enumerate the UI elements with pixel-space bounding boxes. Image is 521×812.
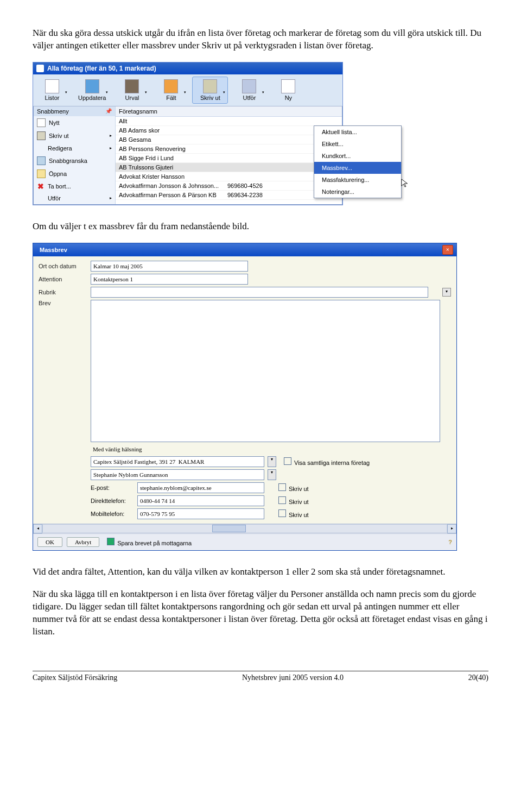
save-label: Spara brevet på mottagarna xyxy=(117,540,192,546)
menu-item-kundkort-[interactable]: Kundkort... xyxy=(314,150,401,162)
table-row[interactable]: Allt xyxy=(116,117,342,126)
sidebar-item-snabbgranska[interactable]: Snabbgranska xyxy=(34,154,115,167)
mobile-print-label: Skriv ut xyxy=(289,512,309,518)
paragraph-intro-1: När du ska göra dessa utskick utgår du i… xyxy=(33,27,488,52)
window-titlebar: Alla företag (fler än 50, 1 markerad) xyxy=(33,62,342,74)
paragraph-intro-4: När du ska lägga till en kontaktperson i… xyxy=(33,588,488,638)
company-list: Företagsnamn AlltAB Adams skorAB GesamaA… xyxy=(116,106,342,204)
sender-input[interactable] xyxy=(91,469,264,480)
footer-right: 20(40) xyxy=(468,673,488,682)
sidebar-item-skriv-ut[interactable]: Skriv ut▸ xyxy=(34,129,115,142)
table-row[interactable]: AB Adams skor xyxy=(116,126,342,135)
menu-item-aktuell-lista-[interactable]: Aktuell lista... xyxy=(314,126,401,138)
submenu-arrow-icon: ▸ xyxy=(110,196,112,200)
screenshot-company-list: Alla företag (fler än 50, 1 markerad) Li… xyxy=(33,62,488,205)
closing-text xyxy=(91,444,263,454)
show-all-label: Visa samtliga interna företag xyxy=(294,459,370,466)
toolbar-fält[interactable]: Fält▾ xyxy=(153,77,189,104)
toolbar-ny[interactable]: Ny xyxy=(270,77,306,104)
sidebar-item-utför[interactable]: Utför▸ xyxy=(34,192,115,204)
dialog-titlebar: Massbrev × xyxy=(33,243,456,256)
ny-icon xyxy=(281,79,295,93)
dialog-title: Massbrev xyxy=(40,247,67,253)
dialog-footer: OK Avbryt Spara brevet på mottagarna ? xyxy=(33,533,456,550)
attention-input[interactable] xyxy=(91,274,248,285)
phone-print-label: Skriv ut xyxy=(289,499,309,505)
label-subject: Rubrik xyxy=(39,289,87,295)
menu-item-etikett-[interactable]: Etikett... xyxy=(314,138,401,150)
open-icon xyxy=(37,169,46,178)
paragraph-intro-2: Om du väljer t ex massbrev får du fram n… xyxy=(33,221,488,233)
toolbar-uppdatera[interactable]: Uppdatera▾ xyxy=(73,77,111,104)
menu-item-massfakturering-[interactable]: Massfakturering... xyxy=(314,174,401,186)
print-icon xyxy=(37,131,46,140)
urval-icon xyxy=(125,79,139,93)
email-input[interactable] xyxy=(137,482,264,493)
sidebar-item-öppna[interactable]: Öppna xyxy=(34,167,115,180)
table-row[interactable]: AB Gesama xyxy=(116,135,342,144)
table-row[interactable]: Advokatfirman Jonsson & Johnsson...96968… xyxy=(116,181,342,191)
phone-print-checkbox[interactable] xyxy=(278,496,286,504)
toolbar: Listor▾Uppdatera▾Urval▾Fält▾Skriv ut▾Utf… xyxy=(33,74,342,106)
help-icon[interactable]: ? xyxy=(448,539,452,545)
screenshot-massbrev-dialog: Massbrev × Ort och datum Attention Rubri… xyxy=(33,243,488,551)
company-input[interactable] xyxy=(91,456,264,467)
label-attention: Attention xyxy=(39,276,87,282)
save-checkbox[interactable] xyxy=(107,538,115,545)
scroll-thumb[interactable] xyxy=(212,525,246,532)
toolbar-urval[interactable]: Urval▾ xyxy=(114,77,150,104)
date-input[interactable] xyxy=(91,261,248,272)
horizontal-scrollbar[interactable]: ◂ ▸ xyxy=(33,524,456,533)
table-row[interactable]: AB Sigge Frid i Lund xyxy=(116,154,342,163)
sidebar-item-redigera[interactable]: Redigera▸ xyxy=(34,142,115,154)
column-header[interactable]: Företagsnamn xyxy=(119,108,227,115)
cancel-button[interactable]: Avbryt xyxy=(67,537,99,547)
paragraph-intro-3: Vid det andra fältet, Attention, kan du … xyxy=(33,566,488,578)
mobile-print-checkbox[interactable] xyxy=(278,509,286,517)
submenu-arrow-icon: ▸ xyxy=(110,146,112,150)
sidebar-item-nytt[interactable]: Nytt xyxy=(34,116,115,129)
table-row[interactable]: Advokatfirman Persson & Pärson KB969634-… xyxy=(116,191,342,200)
toolbar-utför[interactable]: Utför▾ xyxy=(231,77,267,104)
menu-item-massbrev-[interactable]: Massbrev... xyxy=(314,162,401,174)
sidebar-header: Snabbmeny 📌 xyxy=(34,106,115,116)
page-footer: Capitex Säljstöd Försäkring Nyhetsbrev j… xyxy=(33,671,488,682)
new-icon xyxy=(37,118,46,127)
email-label: E-post: xyxy=(91,484,134,491)
cursor-icon xyxy=(401,178,410,189)
toolbar-listor[interactable]: Listor▾ xyxy=(34,77,70,104)
email-print-label: Skriv ut xyxy=(289,486,309,492)
table-row[interactable]: Advokat Krister Hansson xyxy=(116,172,342,181)
sender-dropdown[interactable]: ▾ xyxy=(268,469,276,480)
show-all-checkbox[interactable] xyxy=(284,457,291,465)
menu-item-noteringar-[interactable]: Noteringar... xyxy=(314,186,401,198)
format-dropdown[interactable]: ▾ xyxy=(442,288,451,297)
company-dropdown[interactable]: ▾ xyxy=(268,456,276,467)
mobile-input[interactable] xyxy=(137,508,264,519)
close-button[interactable]: × xyxy=(442,245,453,255)
phone-input[interactable] xyxy=(137,495,264,506)
del-icon: ✖ xyxy=(37,182,45,190)
sidebar: Snabbmeny 📌 NyttSkriv ut▸Redigera▸Snabbg… xyxy=(34,106,116,204)
email-print-checkbox[interactable] xyxy=(278,483,286,491)
scroll-right-button[interactable]: ▸ xyxy=(447,524,456,533)
scroll-left-button[interactable]: ◂ xyxy=(33,524,42,533)
column-header-row: Företagsnamn xyxy=(116,106,342,117)
view-icon xyxy=(37,156,46,165)
fält-icon xyxy=(164,79,178,93)
uppdatera-icon xyxy=(85,79,99,93)
sidebar-item-ta-bort-[interactable]: ✖Ta bort... xyxy=(34,180,115,192)
context-menu: Aktuell lista...Etikett...Kundkort...Mas… xyxy=(314,125,402,198)
submenu-arrow-icon: ▸ xyxy=(110,133,112,138)
table-row[interactable]: AB Trulssons Gjuteri xyxy=(116,163,342,172)
ok-button[interactable]: OK xyxy=(37,537,62,547)
pin-icon[interactable]: 📌 xyxy=(105,108,112,114)
body-textarea[interactable] xyxy=(91,300,440,442)
toolbar-skriv ut[interactable]: Skriv ut▾ xyxy=(192,77,228,104)
table-row[interactable]: AB Perssons Renovering xyxy=(116,144,342,154)
utför-icon xyxy=(242,79,256,93)
footer-middle: Nyhetsbrev juni 2005 version 4.0 xyxy=(117,673,468,682)
mobile-label: Mobiltelefon: xyxy=(91,511,134,517)
subject-input[interactable] xyxy=(91,287,428,298)
listor-icon xyxy=(45,79,59,93)
